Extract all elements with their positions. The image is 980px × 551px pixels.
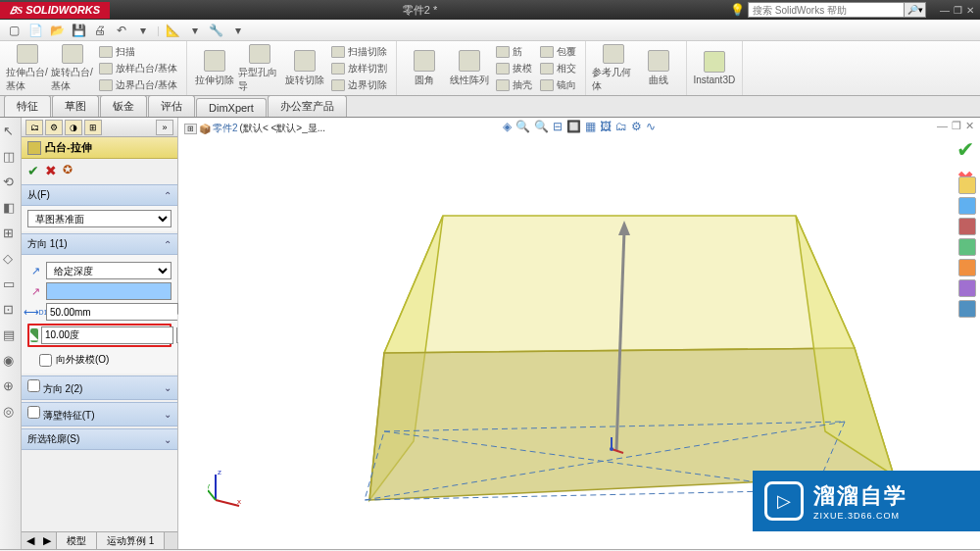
qa-save-icon[interactable]: 💾	[71, 23, 86, 38]
taskpane-item[interactable]	[958, 176, 976, 194]
lt-icon[interactable]: ▤	[3, 327, 19, 343]
section-from[interactable]: 从(F)⌃	[22, 184, 177, 206]
ref-geom-button[interactable]: 参考几何体	[592, 44, 635, 93]
dir-vector-icon[interactable]: ↗	[27, 284, 43, 298]
hide-show-icon[interactable]: 🖼	[600, 120, 612, 133]
qa-rebuild-icon[interactable]: 📐	[166, 23, 181, 38]
view-orient-icon[interactable]: ◈	[503, 120, 512, 133]
reverse-dir-icon[interactable]: ↗	[27, 264, 43, 277]
lt-icon[interactable]: ⟲	[3, 175, 19, 190]
lt-icon[interactable]: ⊕	[3, 378, 19, 394]
mdi-minimize-icon[interactable]: —	[937, 120, 948, 132]
mdi-close-icon[interactable]: ✕	[965, 120, 974, 132]
display-style-icon[interactable]: ▦	[585, 120, 596, 133]
qa-drop2-icon[interactable]: ▾	[187, 23, 203, 38]
intersect-button[interactable]: 相交	[537, 61, 579, 76]
fillet-button[interactable]: 圆角	[403, 44, 446, 93]
instant3d-button[interactable]: Instant3D	[693, 44, 736, 93]
qa-open-icon[interactable]: 📂	[49, 23, 65, 38]
restore-button[interactable]: ❐	[954, 5, 962, 16]
draft-icon[interactable]: ◣	[30, 328, 38, 342]
taskpane-item[interactable]	[958, 197, 976, 215]
qa-undo-icon[interactable]: ↶	[114, 23, 129, 38]
tab-sketch[interactable]: 草图	[52, 95, 99, 117]
lt-icon[interactable]: ◧	[3, 200, 19, 216]
dir-selection-box[interactable]	[46, 282, 172, 300]
lt-icon[interactable]: ◉	[3, 353, 19, 369]
hole-wizard-button[interactable]: 异型孔向导	[238, 44, 281, 93]
mirror-button[interactable]: 镜向	[537, 77, 579, 93]
linear-pattern-button[interactable]: 线性阵列	[448, 44, 491, 93]
taskpane-item[interactable]	[958, 279, 976, 297]
thin-checkbox[interactable]	[27, 406, 40, 419]
draft-button[interactable]: 拔模	[493, 61, 535, 76]
zoom-fit-icon[interactable]: 🔍	[515, 120, 530, 133]
revolve-boss-button[interactable]: 旋转凸台/基体	[51, 44, 94, 93]
taskpane-item[interactable]	[958, 218, 976, 235]
confirm-ok-icon[interactable]: ✔	[956, 137, 974, 163]
graphics-area[interactable]: ⊞ 📦 零件2 (默认< <默认>_显... ◈ 🔍 🔍 ⊟ 🔲 ▦ 🖼 🗂 ⚙…	[178, 118, 980, 549]
tab-prev-icon[interactable]: ◀	[26, 534, 34, 547]
qa-drop-icon[interactable]: ▾	[135, 23, 151, 38]
section-dir2[interactable]: 方向 2(2)⌄	[22, 376, 177, 400]
tab-model[interactable]: 模型	[57, 532, 97, 549]
wrap-button[interactable]: 包覆	[537, 44, 579, 60]
lt-icon[interactable]: ◫	[3, 149, 19, 165]
lt-icon[interactable]: ↖	[3, 124, 19, 139]
loft-cut-button[interactable]: 放样切割	[328, 61, 390, 76]
lt-icon[interactable]: ◇	[3, 251, 19, 267]
tab-office[interactable]: 办公室产品	[268, 95, 347, 117]
pm-tab-more[interactable]: »	[156, 120, 173, 135]
extrude-boss-button[interactable]: 拉伸凸台/基体	[6, 44, 49, 93]
boundary-button[interactable]: 边界凸台/基体	[96, 77, 180, 93]
pm-tab-config[interactable]: ⚙	[45, 120, 63, 135]
endcond-combo[interactable]: 给定深度	[46, 262, 172, 279]
section-thin[interactable]: 薄壁特征(T)⌄	[22, 402, 177, 426]
tab-next-icon[interactable]: ▶	[43, 534, 51, 547]
shell-button[interactable]: 抽壳	[493, 77, 535, 93]
pm-tab-feature[interactable]: 🗂	[25, 120, 43, 135]
qa-print-icon[interactable]: 🖨	[92, 23, 108, 38]
boundary-cut-button[interactable]: 边界切除	[328, 77, 390, 93]
appear-icon[interactable]: 🗂	[615, 120, 627, 133]
pm-tab-display[interactable]: ◑	[65, 120, 82, 135]
pm-tab-sensor[interactable]: ⊞	[84, 120, 102, 135]
qa-drop3-icon[interactable]: ▾	[230, 23, 246, 38]
pm-pin-button[interactable]: ✪	[63, 163, 73, 178]
revolve-cut-button[interactable]: 旋转切除	[283, 44, 326, 93]
pm-ok-button[interactable]: ✔	[27, 163, 39, 178]
sweep-button[interactable]: 扫描	[96, 44, 180, 60]
search-input[interactable]	[748, 2, 905, 18]
qa-new-icon[interactable]: 📄	[27, 23, 43, 38]
taskpane-item[interactable]	[958, 259, 976, 276]
lt-icon[interactable]: ⊡	[3, 302, 19, 318]
minimize-button[interactable]: —	[940, 5, 950, 16]
settings-icon[interactable]: ⚙	[631, 120, 642, 133]
lt-icon[interactable]: ▭	[3, 276, 19, 292]
render-icon[interactable]: ∿	[646, 120, 656, 133]
section-contours[interactable]: 所选轮廓(S)⌄	[22, 428, 177, 450]
taskpane-item[interactable]	[958, 300, 976, 318]
sweep-cut-button[interactable]: 扫描切除	[328, 44, 390, 60]
taskpane-item[interactable]	[958, 238, 976, 256]
draft-outward-checkbox[interactable]	[39, 354, 52, 367]
lt-icon[interactable]: ⊞	[3, 225, 19, 241]
zoom-area-icon[interactable]: 🔍	[534, 120, 549, 133]
loft-button[interactable]: 放样凸台/基体	[96, 61, 180, 76]
tab-dimxpert[interactable]: DimXpert	[196, 98, 267, 117]
section-dir1[interactable]: 方向 1(1)⌃	[22, 233, 177, 255]
tab-evaluate[interactable]: 评估	[148, 95, 195, 117]
tab-sheetmetal[interactable]: 钣金	[100, 95, 147, 117]
from-combo[interactable]: 草图基准面	[27, 210, 172, 227]
extrude-cut-button[interactable]: 拉伸切除	[193, 44, 236, 93]
qa-options-icon[interactable]: 🔧	[209, 23, 224, 38]
prev-view-icon[interactable]: ⊟	[553, 120, 563, 133]
tab-motion[interactable]: 运动算例 1	[97, 532, 165, 549]
close-button[interactable]: ✕	[966, 5, 974, 16]
dir2-checkbox[interactable]	[27, 379, 40, 392]
draft-input[interactable]	[41, 326, 173, 344]
tab-features[interactable]: 特征	[4, 95, 51, 117]
mdi-restore-icon[interactable]: ❐	[952, 120, 961, 132]
pm-cancel-button[interactable]: ✖	[45, 163, 57, 178]
search-button[interactable]: 🔎▾	[905, 2, 926, 18]
